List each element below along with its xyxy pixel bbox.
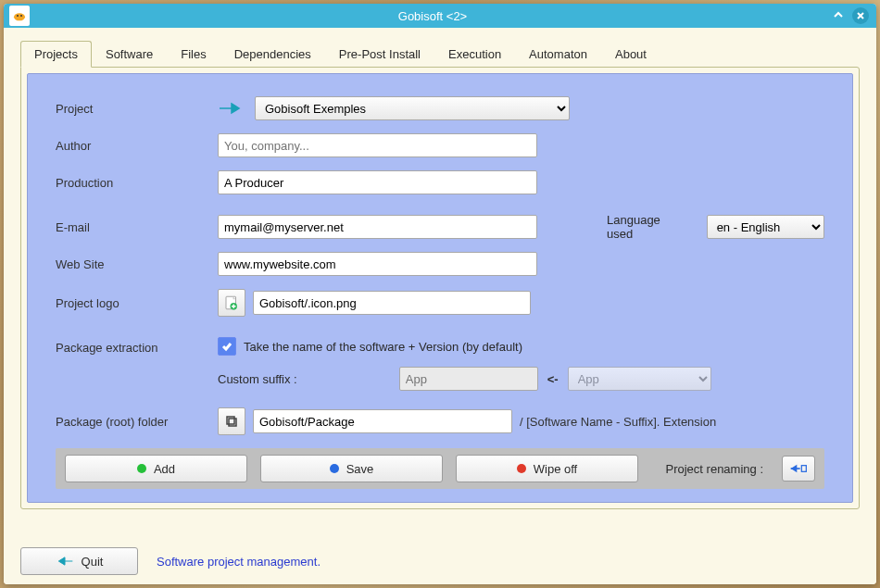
arrow-right-icon [218, 102, 244, 115]
svg-rect-6 [229, 419, 236, 426]
take-name-label: Take the name of the software + Version … [244, 340, 522, 354]
tab-panel: Project Gobisoft Exemples Author Pro [20, 67, 860, 509]
tab-dependencies[interactable]: Dependencies [220, 41, 325, 68]
titlebar: Gobisoft <2> [4, 4, 876, 28]
author-input[interactable] [218, 133, 537, 157]
tab-files[interactable]: Files [167, 41, 220, 68]
tab-bar: Projects Software Files Dependencies Pre… [20, 41, 860, 68]
save-button[interactable]: Save [260, 455, 443, 482]
take-name-checkbox[interactable] [218, 337, 236, 356]
label-pkgfolder: Package (root) folder [56, 415, 218, 429]
wipe-button[interactable]: Wipe off [456, 455, 638, 482]
website-input[interactable] [218, 252, 537, 276]
label-author: Author [56, 139, 218, 153]
tab-software[interactable]: Software [92, 41, 167, 68]
tab-about[interactable]: About [601, 41, 660, 68]
project-select[interactable]: Gobisoft Exemples [255, 96, 570, 120]
footer-message: Software project management. [157, 555, 321, 569]
label-logo: Project logo [56, 296, 218, 310]
app-window: Gobisoft <2> Projects Software Files Dep… [4, 4, 876, 584]
label-email: E-mail [56, 220, 218, 234]
dot-red-icon [517, 464, 526, 473]
suffix-arrow-label: <- [547, 372, 559, 386]
dot-green-icon [137, 464, 146, 473]
pkgfolder-input[interactable] [253, 409, 512, 433]
form-panel: Project Gobisoft Exemples Author Pro [27, 73, 853, 503]
svg-point-0 [14, 13, 25, 20]
arrow-left-icon [56, 556, 74, 567]
pkgfolder-hint: / [Software Name - Suffix]. Extension [520, 415, 716, 429]
label-extraction: Package extraction [56, 337, 218, 355]
label-custom-suffix: Custom suffix : [218, 372, 297, 386]
svg-rect-7 [801, 466, 806, 472]
rename-button[interactable] [782, 456, 815, 482]
tab-prepost[interactable]: Pre-Post Install [325, 41, 434, 68]
browse-logo-button[interactable] [218, 289, 245, 317]
svg-point-2 [20, 15, 22, 17]
label-rename: Project renaming : [666, 462, 764, 476]
minimize-button[interactable] [830, 7, 847, 24]
tab-automaton[interactable]: Automaton [515, 41, 601, 68]
svg-point-1 [17, 15, 19, 17]
language-select[interactable]: en - English [707, 215, 824, 239]
label-project: Project [56, 102, 218, 116]
tab-execution[interactable]: Execution [434, 41, 515, 68]
logo-path-input[interactable] [253, 291, 531, 315]
window-title: Gobisoft <2> [35, 9, 830, 23]
production-input[interactable] [218, 170, 537, 194]
browse-folder-button[interactable] [218, 407, 245, 435]
label-production: Production [56, 176, 218, 190]
add-button[interactable]: Add [65, 455, 247, 482]
action-bar: Add Save Wipe off Project renaming : [56, 448, 824, 489]
suffix-input [399, 367, 538, 391]
email-input[interactable] [218, 215, 537, 239]
app-icon [9, 6, 30, 26]
tab-projects[interactable]: Projects [20, 41, 92, 68]
suffix-select: App [568, 367, 711, 391]
label-website: Web Site [56, 257, 218, 271]
svg-rect-5 [227, 417, 234, 424]
dot-blue-icon [330, 464, 339, 473]
label-language: Language used [607, 213, 688, 241]
quit-button[interactable]: Quit [20, 547, 138, 575]
close-button[interactable] [852, 7, 869, 24]
